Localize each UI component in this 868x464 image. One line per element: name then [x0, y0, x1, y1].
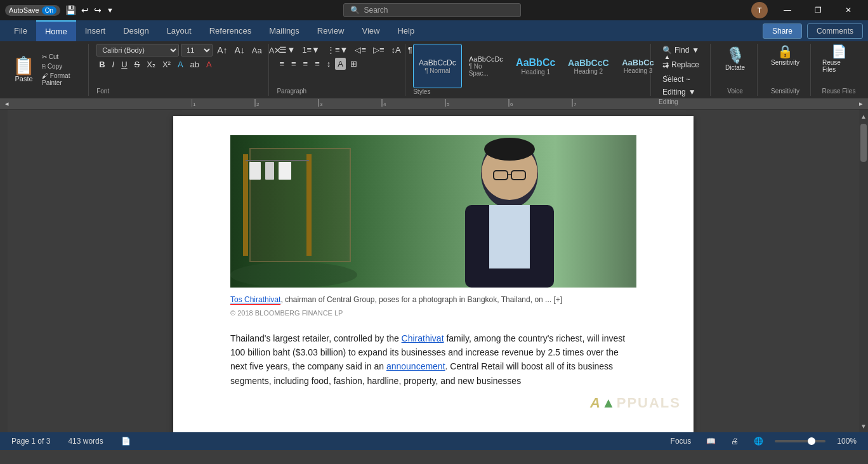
replace-button[interactable]: ⇄ Replace	[659, 58, 703, 71]
superscript-button[interactable]: X²	[160, 58, 173, 70]
scrollbar-thumb[interactable]	[860, 124, 867, 162]
justify-button[interactable]: ≡	[312, 58, 322, 70]
cut-button[interactable]: ✂ Cut	[40, 53, 84, 61]
multilevel-button[interactable]: ⋮≡▼	[324, 44, 350, 56]
format-painter-button[interactable]: 🖌 Format Painter	[40, 72, 84, 87]
tab-help[interactable]: Help	[388, 20, 423, 41]
line-spacing-button[interactable]: ↕	[324, 58, 334, 70]
highlight-button[interactable]: ab	[188, 58, 202, 70]
view-web-button[interactable]: 🌐	[750, 435, 767, 447]
doc-stats-icon[interactable]: 📄	[117, 435, 135, 447]
zoom-value: 100%	[837, 437, 857, 446]
styles-row: AaBbCcDc ¶ Normal AaBbCcDc ¶ No Spac... …	[413, 44, 673, 88]
borders-button[interactable]: ⊞	[348, 58, 360, 70]
style-h2-button[interactable]: AaBbCcC Heading 2	[562, 44, 614, 88]
tab-design[interactable]: Design	[114, 20, 157, 41]
tab-mailings[interactable]: Mailings	[260, 20, 308, 41]
numbering-button[interactable]: 1≡▼	[299, 44, 322, 56]
shading-button[interactable]: A	[335, 58, 346, 70]
zoom-thumb[interactable]	[808, 437, 815, 445]
zoom-percent[interactable]: 100%	[833, 435, 860, 447]
doc-page[interactable]: Tos Chirathivat, chairman of Central Gro…	[173, 116, 694, 432]
change-case-button[interactable]: Aa	[249, 44, 265, 56]
decrease-indent-button[interactable]: ◁≡	[352, 44, 369, 56]
italic-button[interactable]: I	[110, 58, 117, 70]
svg-rect-26	[249, 162, 261, 180]
paragraph-controls: ☰▼ 1≡▼ ⋮≡▼ ◁≡ ▷≡ ↕A ¶ ≡ ≡ ≡ ≡ ↕ A ⊞	[277, 44, 414, 70]
chirathivat-link[interactable]: Chirathivat	[402, 333, 444, 343]
clipboard-group: 📋 Paste ✂ Cut ⎘ Copy 🖌 Format Painter	[4, 44, 89, 96]
tab-references[interactable]: References	[201, 20, 260, 41]
subscript-button[interactable]: X₂	[144, 58, 158, 70]
word-count[interactable]: 413 words	[64, 435, 107, 447]
bullets-button[interactable]: ☰▼	[277, 44, 298, 56]
svg-rect-19	[489, 205, 530, 268]
save-icon[interactable]: 💾	[65, 5, 76, 15]
title-search-box[interactable]: 🔍 Search	[343, 3, 521, 17]
find-arrow: ▼	[692, 46, 699, 55]
style-h1-button[interactable]: AaBbCc Heading 1	[510, 44, 561, 88]
editing-mode-label: Editing	[662, 88, 686, 96]
align-right-button[interactable]: ≡	[301, 58, 311, 70]
scroll-up-button[interactable]: ▲	[859, 110, 868, 123]
announcement-link[interactable]: announcement	[386, 361, 445, 371]
copy-button[interactable]: ⎘ Copy	[40, 62, 84, 70]
style-normal-button[interactable]: AaBbCcDc ¶ Normal	[413, 44, 461, 88]
view-read-button[interactable]: 📖	[702, 435, 720, 447]
scroll-bar-right[interactable]: ▲ ▼	[859, 110, 868, 432]
tab-layout[interactable]: Layout	[158, 20, 201, 41]
editing-controls: 🔍 Find ▼ ⇄ Replace Select ~	[659, 44, 703, 86]
sort-button[interactable]: ↕A	[389, 44, 404, 56]
align-center-button[interactable]: ≡	[289, 58, 299, 70]
undo-icon[interactable]: ↩	[81, 5, 89, 15]
select-button[interactable]: Select ~	[659, 73, 703, 86]
font-shrink-button[interactable]: A↓	[232, 44, 247, 56]
title-bar: AutoSave On 💾 ↩ ↪ ▼ 🔍 Search T — ❐ ✕	[0, 0, 868, 20]
bold-button[interactable]: B	[96, 58, 107, 70]
reuse-label: Reuse Files	[822, 59, 855, 73]
tab-file[interactable]: File	[5, 20, 36, 41]
share-button[interactable]: Share	[763, 23, 802, 39]
font-color-button[interactable]: A	[204, 58, 214, 70]
comments-button[interactable]: Comments	[807, 23, 863, 39]
underline-button[interactable]: U	[119, 58, 129, 70]
reuse-files-button[interactable]: 📄 Reuse Files	[819, 44, 859, 74]
dictate-button[interactable]: 🎙️ Dictate	[718, 44, 753, 74]
close-button[interactable]: ✕	[834, 0, 863, 20]
title-search-placeholder: Search	[364, 6, 388, 15]
page-info[interactable]: Page 1 of 3	[8, 435, 54, 447]
doc-copyright: © 2018 BLOOMBERG FINANCE LP	[230, 308, 636, 319]
increase-indent-button[interactable]: ▷≡	[371, 44, 387, 56]
editing-mode-button[interactable]: Editing ▼	[659, 86, 700, 98]
tab-view[interactable]: View	[353, 20, 388, 41]
reuse-group-label: Reuse Files	[822, 88, 856, 96]
strikethrough-button[interactable]: S	[132, 58, 143, 70]
paste-button[interactable]: 📋 Paste	[8, 44, 40, 96]
redo-icon[interactable]: ↪	[94, 5, 102, 15]
customize-icon[interactable]: ▼	[107, 6, 114, 14]
caption-link[interactable]: Tos Chirathivat	[230, 295, 280, 305]
font-size-select[interactable]: 11	[181, 44, 213, 56]
tab-insert[interactable]: Insert	[76, 20, 115, 41]
zoom-slider[interactable]	[775, 440, 825, 442]
view-print-button[interactable]: 🖨	[727, 435, 742, 447]
font-group-label: Font	[96, 88, 109, 96]
font-grow-button[interactable]: A↑	[214, 44, 230, 56]
tab-home[interactable]: Home	[36, 20, 76, 41]
scroll-down-button[interactable]: ▼	[859, 420, 868, 432]
minimize-button[interactable]: —	[773, 0, 802, 20]
restore-button[interactable]: ❐	[803, 0, 832, 20]
font-family-select[interactable]: Calibri (Body)	[96, 44, 179, 56]
find-button[interactable]: 🔍 Find ▼	[659, 44, 703, 56]
text-effects-button[interactable]: A	[175, 58, 186, 70]
align-left-button[interactable]: ≡	[277, 58, 287, 70]
replace-icon: ⇄	[662, 60, 669, 69]
tab-review[interactable]: Review	[308, 20, 353, 41]
style-nospace-label: ¶ No Spac...	[469, 63, 504, 77]
sensitivity-button[interactable]: 🔒 Sensitivity	[767, 44, 803, 67]
autosave-toggle[interactable]: AutoSave On	[5, 5, 60, 16]
style-h2-sample: AaBbCcC	[568, 58, 609, 68]
web-icon: 🌐	[754, 437, 763, 446]
focus-button[interactable]: Focus	[667, 435, 695, 447]
style-nospace-button[interactable]: AaBbCcDc ¶ No Spac...	[463, 44, 510, 88]
